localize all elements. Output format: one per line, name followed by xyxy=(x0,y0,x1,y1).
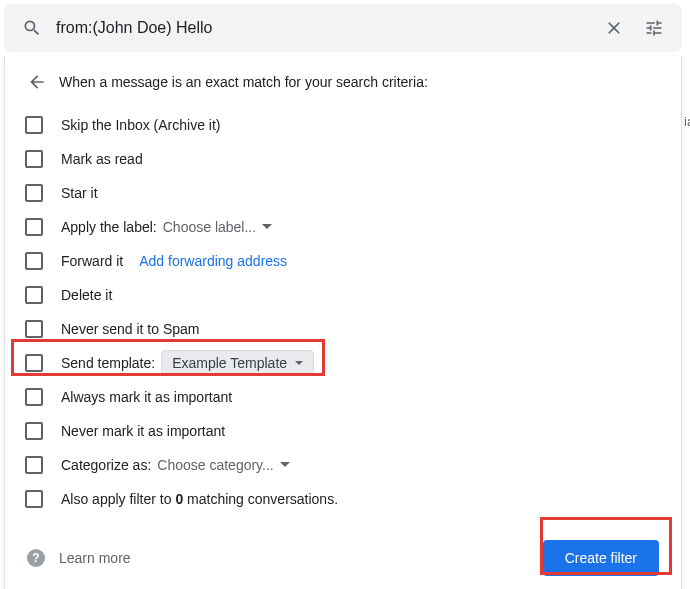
filter-panel: When a message is an exact match for you… xyxy=(4,56,682,589)
dropdown-apply-label-value: Choose label... xyxy=(163,219,256,235)
label-delete: Delete it xyxy=(61,287,112,303)
checkbox-never-spam[interactable] xyxy=(25,320,43,338)
search-input[interactable] xyxy=(52,19,594,37)
checkbox-categorize[interactable] xyxy=(25,456,43,474)
dropdown-categorize-value: Choose category... xyxy=(157,457,273,473)
option-send-template: Send template: Example Template xyxy=(5,346,681,380)
search-bar xyxy=(4,4,682,52)
option-star: Star it xyxy=(5,176,681,210)
help-icon: ? xyxy=(27,549,45,567)
learn-more-link[interactable]: ? Learn more xyxy=(27,549,131,567)
chevron-down-icon xyxy=(262,224,272,230)
label-send-template: Send template: xyxy=(61,355,155,371)
option-apply-label: Apply the label: Choose label... xyxy=(5,210,681,244)
panel-header-text: When a message is an exact match for you… xyxy=(59,74,428,90)
checkbox-star[interactable] xyxy=(25,184,43,202)
label-also-apply: Also apply filter to 0 matching conversa… xyxy=(61,491,338,507)
checkbox-never-important[interactable] xyxy=(25,422,43,440)
checkbox-skip-inbox[interactable] xyxy=(25,116,43,134)
checkbox-send-template[interactable] xyxy=(25,354,43,372)
checkbox-always-important[interactable] xyxy=(25,388,43,406)
label-categorize: Categorize as: xyxy=(61,457,151,473)
label-star: Star it xyxy=(61,185,98,201)
option-never-important: Never mark it as important xyxy=(5,414,681,448)
search-options-icon[interactable] xyxy=(634,8,674,48)
option-skip-inbox: Skip the Inbox (Archive it) xyxy=(5,108,681,142)
option-delete: Delete it xyxy=(5,278,681,312)
checkbox-delete[interactable] xyxy=(25,286,43,304)
checkbox-also-apply[interactable] xyxy=(25,490,43,508)
label-always-important: Always mark it as important xyxy=(61,389,232,405)
edge-clipped-text: ia xyxy=(684,114,690,129)
option-forward: Forward it Add forwarding address xyxy=(5,244,681,278)
learn-more-text: Learn more xyxy=(59,550,131,566)
option-also-apply: Also apply filter to 0 matching conversa… xyxy=(5,482,681,516)
chevron-down-icon xyxy=(280,462,290,468)
search-icon[interactable] xyxy=(12,8,52,48)
create-filter-button[interactable]: Create filter xyxy=(543,540,659,576)
link-add-forwarding[interactable]: Add forwarding address xyxy=(139,253,287,269)
label-never-spam: Never send it to Spam xyxy=(61,321,200,337)
option-mark-read: Mark as read xyxy=(5,142,681,176)
dropdown-send-template[interactable]: Example Template xyxy=(161,350,314,376)
back-icon[interactable] xyxy=(25,70,49,94)
option-never-spam: Never send it to Spam xyxy=(5,312,681,346)
panel-footer: ? Learn more Create filter xyxy=(5,516,681,576)
label-never-important: Never mark it as important xyxy=(61,423,225,439)
label-apply-label: Apply the label: xyxy=(61,219,157,235)
option-always-important: Always mark it as important xyxy=(5,380,681,414)
label-mark-read: Mark as read xyxy=(61,151,143,167)
checkbox-mark-read[interactable] xyxy=(25,150,43,168)
checkbox-forward[interactable] xyxy=(25,252,43,270)
panel-header: When a message is an exact match for you… xyxy=(5,70,681,108)
dropdown-send-template-value: Example Template xyxy=(172,355,287,371)
clear-icon[interactable] xyxy=(594,8,634,48)
dropdown-categorize[interactable]: Choose category... xyxy=(157,457,289,473)
also-apply-suffix: matching conversations. xyxy=(183,491,338,507)
chevron-down-icon xyxy=(295,361,303,366)
label-forward: Forward it xyxy=(61,253,123,269)
dropdown-apply-label[interactable]: Choose label... xyxy=(163,219,272,235)
option-categorize: Categorize as: Choose category... xyxy=(5,448,681,482)
also-apply-prefix: Also apply filter to xyxy=(61,491,175,507)
checkbox-apply-label[interactable] xyxy=(25,218,43,236)
label-skip-inbox: Skip the Inbox (Archive it) xyxy=(61,117,221,133)
